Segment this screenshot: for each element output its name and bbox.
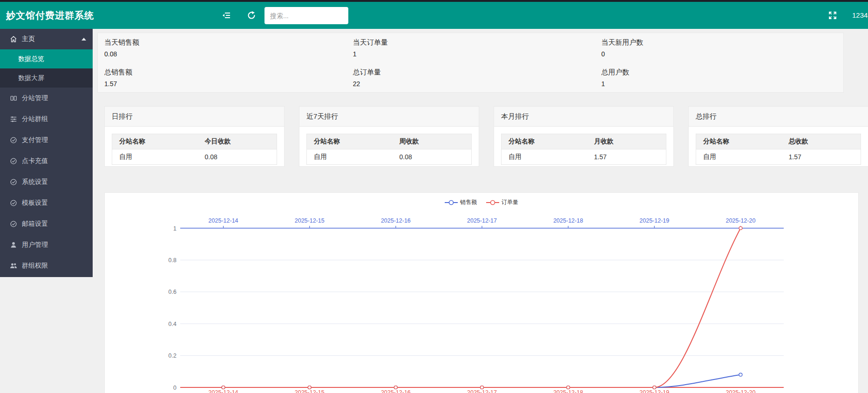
sidebar-subitem-数据大屏[interactable]: 数据大屏 [0, 68, 93, 88]
sliders-icon [10, 115, 17, 123]
legend-item-销售额[interactable]: 销售额 [445, 198, 477, 206]
ranking-table: 分站名称总收款自用1.57 [696, 134, 861, 165]
table-column-header: 分站名称 [307, 134, 393, 149]
collapse-menu-icon[interactable] [222, 11, 231, 20]
svg-text:2025-12-17: 2025-12-17 [467, 217, 497, 224]
ranking-card: 本月排行分站名称月收款自用1.57 [494, 106, 674, 167]
legend-label: 订单量 [502, 198, 518, 206]
sidebar-subitem-数据总览[interactable]: 数据总览 [0, 49, 93, 68]
table-cell: 自用 [307, 149, 393, 165]
stat-cell: 当天新用户数0 [595, 33, 843, 63]
table-column-header: 周收款 [393, 134, 472, 149]
sidebar-submenu: 数据总览数据大屏 [0, 49, 93, 88]
table-cell: 自用 [696, 149, 782, 165]
table-cell: 自用 [112, 149, 198, 165]
sidebar-item-模板设置[interactable]: 模板设置 [0, 192, 93, 213]
sidebar-item-label: 点卡充值 [22, 157, 48, 165]
stat-value: 22 [353, 80, 595, 88]
stats-panel: 当天销售额0.08当天订单量1当天新用户数0总销售额1.57总订单量22总用户数… [97, 33, 844, 93]
series-line-销售额 [224, 375, 741, 387]
stat-label: 当天新用户数 [601, 38, 843, 47]
sidebar-item-label: 邮箱设置 [22, 220, 48, 228]
ranking-card: 总排行分站名称总收款自用1.57 [688, 106, 868, 167]
stat-cell: 当天销售额0.08 [98, 33, 346, 63]
sidebar-item-label: 群组权限 [22, 262, 48, 270]
stat-cell: 总用户数1 [595, 63, 843, 93]
ranking-card-body: 分站名称今日收款自用0.08 [105, 127, 284, 165]
stat-value: 1 [601, 80, 843, 88]
ranking-card-body: 分站名称总收款自用1.57 [689, 127, 868, 165]
sidebar-item-系统设置[interactable]: 系统设置 [0, 171, 93, 192]
svg-text:2025-12-20: 2025-12-20 [726, 217, 755, 224]
sidebar-item-点卡充值[interactable]: 点卡充值 [0, 150, 93, 171]
table-column-header: 今日收款 [198, 134, 277, 149]
sidebar-item-用户管理[interactable]: 用户管理 [0, 234, 93, 255]
table-cell: 1.57 [587, 149, 666, 165]
stat-value: 0 [601, 50, 843, 58]
stat-cell: 总订单量22 [346, 63, 595, 93]
sidebar-item-主页[interactable]: 主页 [0, 29, 93, 49]
sidebar-item-分站群组[interactable]: 分站群组 [0, 108, 93, 129]
legend-item-订单量[interactable]: 订单量 [486, 198, 518, 206]
sidebar-item-label: 模板设置 [22, 199, 48, 207]
check-badge-icon [10, 220, 17, 228]
svg-text:2025-12-14: 2025-12-14 [209, 389, 238, 393]
stat-value: 0.08 [104, 50, 346, 58]
chevron-up-icon [81, 38, 86, 41]
table-cell: 自用 [502, 149, 587, 165]
table-column-header: 总收款 [782, 134, 861, 149]
sidebar-item-群组权限[interactable]: 群组权限 [0, 255, 93, 276]
svg-text:1: 1 [173, 225, 176, 232]
check-badge-icon [10, 157, 17, 165]
search-input[interactable] [264, 7, 348, 24]
sales-orders-line-chart[interactable]: 00.20.40.60.812025-12-142025-12-152025-1… [105, 193, 859, 393]
table-header-row: 分站名称周收款 [307, 134, 472, 149]
svg-text:2025-12-17: 2025-12-17 [467, 389, 497, 393]
sidebar-item-label: 分站管理 [22, 94, 48, 102]
legend-marker-icon [445, 200, 458, 205]
sidebar-item-label: 分站群组 [22, 115, 48, 123]
table-header-row: 分站名称今日收款 [112, 134, 277, 149]
table-header-row: 分站名称月收款 [502, 134, 666, 149]
columns-icon [10, 95, 17, 102]
sidebar-nav: 主页数据总览数据大屏分站管理分站群组支付管理点卡充值系统设置模板设置邮箱设置用户… [0, 29, 93, 277]
refresh-icon[interactable] [247, 11, 256, 20]
sidebar-item-支付管理[interactable]: 支付管理 [0, 129, 93, 150]
legend-marker-icon [486, 200, 499, 205]
ranking-card: 日排行分站名称今日收款自用0.08 [104, 106, 285, 167]
users-icon [10, 262, 17, 270]
ranking-card-title: 本月排行 [494, 107, 673, 127]
stat-cell: 当天订单量1 [346, 33, 595, 63]
home-icon [10, 35, 17, 43]
svg-text:2025-12-15: 2025-12-15 [295, 217, 325, 224]
table-row[interactable]: 自用1.57 [502, 149, 666, 165]
ranking-card-title: 日排行 [105, 107, 284, 127]
table-row[interactable]: 自用1.57 [696, 149, 861, 165]
ranking-card-body: 分站名称月收款自用1.57 [494, 127, 673, 165]
sidebar-item-邮箱设置[interactable]: 邮箱设置 [0, 213, 93, 234]
stat-label: 总订单量 [353, 68, 595, 77]
stat-label: 总用户数 [601, 68, 843, 77]
fullscreen-icon[interactable] [828, 11, 837, 20]
table-row[interactable]: 自用0.08 [307, 149, 472, 165]
svg-text:2025-12-15: 2025-12-15 [295, 389, 325, 393]
stat-cell: 总销售额1.57 [98, 63, 346, 93]
ranking-card-body: 分站名称周收款自用0.08 [299, 127, 479, 165]
table-column-header: 分站名称 [696, 134, 782, 149]
ranking-card-title: 近7天排行 [299, 107, 479, 127]
stat-value: 1.57 [104, 80, 346, 88]
sidebar-item-label: 支付管理 [22, 136, 48, 144]
user-icon [10, 241, 17, 249]
check-badge-icon [10, 136, 17, 144]
ranking-card-title: 总排行 [689, 107, 868, 127]
app-title: 妙文馆付费进群系统 [6, 2, 94, 29]
username-menu[interactable]: 12345 [852, 2, 868, 29]
legend-label: 销售额 [460, 198, 477, 206]
sidebar-item-分站管理[interactable]: 分站管理 [0, 88, 93, 108]
table-row[interactable]: 自用0.08 [112, 149, 277, 165]
check-badge-icon [10, 199, 17, 207]
ranking-table: 分站名称周收款自用0.08 [306, 134, 472, 165]
table-column-header: 分站名称 [112, 134, 198, 149]
svg-text:2025-12-20: 2025-12-20 [726, 389, 755, 393]
chart-legend: 销售额订单量 [105, 198, 858, 206]
